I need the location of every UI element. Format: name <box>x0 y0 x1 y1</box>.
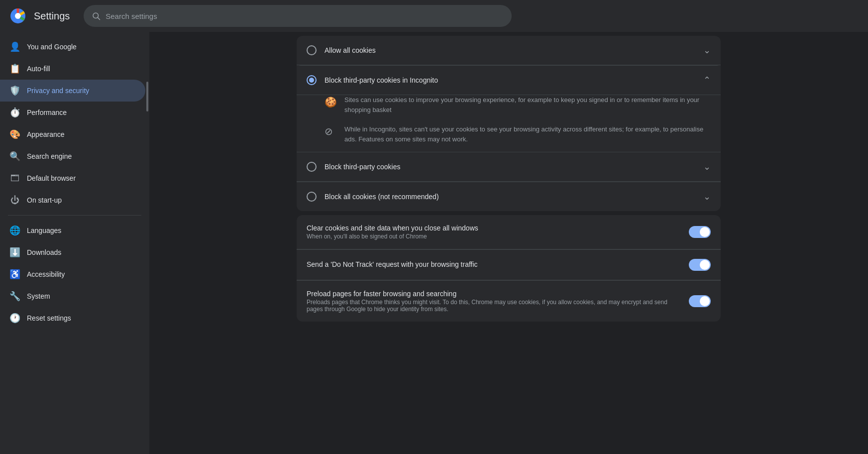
privacy-and-security-icon: 🛡️ <box>10 86 20 96</box>
sidebar-item-label-reset-settings: Reset settings <box>27 314 71 322</box>
appearance-icon: 🎨 <box>10 129 20 139</box>
block-all-label: Block all cookies (not recommended) <box>325 193 695 201</box>
header: Settings <box>0 0 868 32</box>
scroll-indicator <box>146 82 148 112</box>
sidebar-item-label-system: System <box>27 292 50 300</box>
sidebar: 👤You and Google📋Auto-fill🛡️Privacy and s… <box>0 32 149 454</box>
incognito-detail-1: 🍪 Sites can use cookies to improve your … <box>325 95 711 114</box>
allow-all-label: Allow all cookies <box>325 46 695 54</box>
toggle-options-card: Clear cookies and site data when you clo… <box>297 215 721 322</box>
preload-pages-title: Preload pages for faster browsing and se… <box>307 290 681 298</box>
preload-pages-subtitle: Preloads pages that Chrome thinks you mi… <box>307 299 681 313</box>
downloads-icon: ⬇️ <box>10 247 20 257</box>
cookie-detail-icon: 🍪 <box>325 96 336 108</box>
clear-cookies-toggle-row: Clear cookies and site data when you clo… <box>297 215 721 249</box>
block-third-party-radio[interactable] <box>307 162 317 172</box>
svg-line-4 <box>98 17 100 19</box>
allow-all-chevron-icon: ⌄ <box>703 45 711 56</box>
clear-cookies-subtitle: When on, you'll also be signed out of Ch… <box>307 233 681 240</box>
do-not-track-toggle[interactable] <box>689 259 711 271</box>
do-not-track-text: Send a 'Do Not Track' request with your … <box>307 260 681 269</box>
incognito-detail-1-text: Sites can use cookies to improve your br… <box>344 95 711 114</box>
you-and-google-icon: 👤 <box>10 42 20 52</box>
accessibility-icon: ♿ <box>10 269 20 279</box>
block-detail-icon: ⊘ <box>325 125 336 137</box>
do-not-track-title: Send a 'Do Not Track' request with your … <box>307 260 681 268</box>
block-third-party-incognito-option[interactable]: Block third-party cookies in Incognito ⌃ <box>297 65 721 95</box>
block-all-chevron-icon: ⌄ <box>703 191 711 202</box>
clear-cookies-toggle[interactable] <box>689 226 711 238</box>
chrome-logo-icon <box>10 8 26 24</box>
sidebar-item-default-browser[interactable]: 🗔Default browser <box>0 167 145 189</box>
sidebar-item-label-languages: Languages <box>27 227 61 234</box>
page-title: Settings <box>34 10 70 22</box>
block-incognito-chevron-icon: ⌃ <box>703 75 711 86</box>
block-third-party-incognito-section: Block third-party cookies in Incognito ⌃… <box>297 65 721 152</box>
default-browser-icon: 🗔 <box>10 173 20 183</box>
system-icon: 🔧 <box>10 291 20 301</box>
block-third-party-chevron-icon: ⌄ <box>703 161 711 172</box>
sidebar-item-on-startup[interactable]: ⏻On start-up <box>0 189 145 211</box>
sidebar-item-label-you-and-google: You and Google <box>27 43 77 51</box>
languages-icon: 🌐 <box>10 226 20 235</box>
performance-icon: ⏱️ <box>10 108 20 117</box>
sidebar-item-label-accessibility: Accessibility <box>27 270 65 278</box>
clear-cookies-title: Clear cookies and site data when you clo… <box>307 224 681 232</box>
sidebar-item-appearance[interactable]: 🎨Appearance <box>0 123 145 145</box>
sidebar-item-languages[interactable]: 🌐Languages <box>0 220 145 241</box>
main-content: Allow all cookies ⌄ Block third-party co… <box>149 32 868 454</box>
preload-pages-toggle[interactable] <box>689 295 711 307</box>
body: 👤You and Google📋Auto-fill🛡️Privacy and s… <box>0 32 868 454</box>
sidebar-item-privacy-and-security[interactable]: 🛡️Privacy and security <box>0 80 145 102</box>
svg-point-2 <box>15 13 20 18</box>
incognito-detail-2-text: While in Incognito, sites can't use your… <box>344 124 711 144</box>
incognito-detail-2: ⊘ While in Incognito, sites can't use yo… <box>325 124 711 144</box>
sidebar-item-label-on-startup: On start-up <box>27 196 62 204</box>
sidebar-item-downloads[interactable]: ⬇️Downloads <box>0 241 145 263</box>
nav-divider <box>8 215 141 216</box>
sidebar-item-label-search-engine: Search engine <box>27 152 72 160</box>
block-third-party-label: Block third-party cookies <box>325 163 695 171</box>
block-all-radio[interactable] <box>307 192 317 202</box>
clear-cookies-text: Clear cookies and site data when you clo… <box>307 224 681 240</box>
search-bar[interactable] <box>84 5 512 27</box>
preload-pages-text: Preload pages for faster browsing and se… <box>307 290 681 313</box>
sidebar-item-system[interactable]: 🔧System <box>0 285 145 307</box>
allow-all-radio[interactable] <box>307 45 317 55</box>
sidebar-item-auto-fill[interactable]: 📋Auto-fill <box>0 58 145 80</box>
content-area: Allow all cookies ⌄ Block third-party co… <box>285 36 733 322</box>
do-not-track-toggle-row: Send a 'Do Not Track' request with your … <box>297 249 721 280</box>
block-incognito-radio[interactable] <box>307 75 317 85</box>
cookie-options-card: Allow all cookies ⌄ Block third-party co… <box>297 36 721 211</box>
sidebar-item-label-performance: Performance <box>27 109 67 116</box>
sidebar-item-reset-settings[interactable]: 🕐Reset settings <box>0 307 145 329</box>
search-input[interactable] <box>106 12 504 20</box>
search-icon <box>92 11 101 20</box>
allow-all-cookies-option[interactable]: Allow all cookies ⌄ <box>297 36 721 65</box>
search-engine-icon: 🔍 <box>10 151 20 161</box>
sidebar-item-label-appearance: Appearance <box>27 130 65 138</box>
preload-pages-toggle-row: Preload pages for faster browsing and se… <box>297 280 721 322</box>
sidebar-item-search-engine[interactable]: 🔍Search engine <box>0 145 145 167</box>
reset-settings-icon: 🕐 <box>10 313 20 323</box>
block-incognito-details: 🍪 Sites can use cookies to improve your … <box>297 95 721 152</box>
sidebar-item-accessibility[interactable]: ♿Accessibility <box>0 263 145 285</box>
sidebar-item-label-auto-fill: Auto-fill <box>27 65 50 73</box>
sidebar-item-you-and-google[interactable]: 👤You and Google <box>0 36 145 58</box>
block-all-cookies-option[interactable]: Block all cookies (not recommended) ⌄ <box>297 182 721 211</box>
block-third-party-option[interactable]: Block third-party cookies ⌄ <box>297 152 721 182</box>
sidebar-item-label-privacy-and-security: Privacy and security <box>27 87 89 95</box>
auto-fill-icon: 📋 <box>10 64 20 74</box>
on-startup-icon: ⏻ <box>10 195 20 205</box>
sidebar-item-performance[interactable]: ⏱️Performance <box>0 102 145 123</box>
sidebar-item-label-downloads: Downloads <box>27 248 61 256</box>
sidebar-item-label-default-browser: Default browser <box>27 174 76 182</box>
block-incognito-label: Block third-party cookies in Incognito <box>325 76 695 84</box>
